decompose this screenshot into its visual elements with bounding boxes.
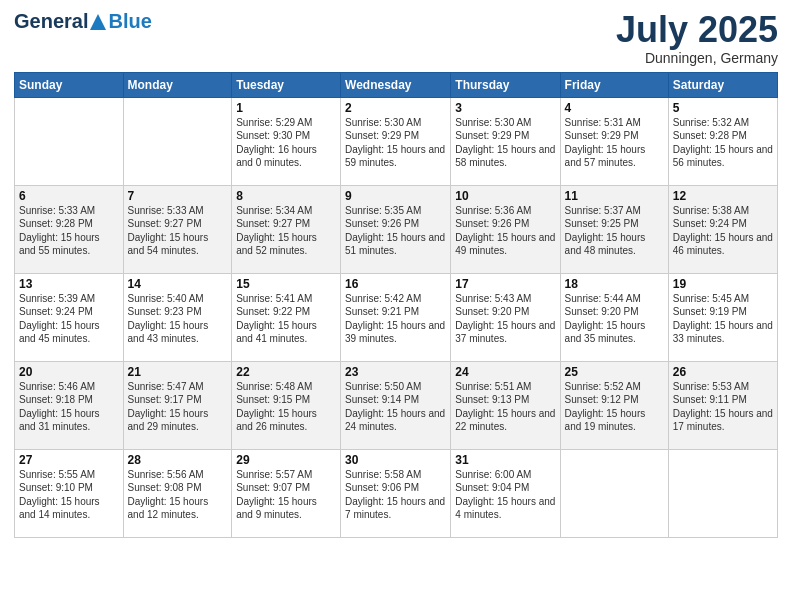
calendar-cell: 8Sunrise: 5:34 AMSunset: 9:27 PMDaylight… bbox=[232, 185, 341, 273]
day-info: Sunrise: 5:57 AMSunset: 9:07 PMDaylight:… bbox=[236, 469, 317, 521]
day-info: Sunrise: 5:38 AMSunset: 9:24 PMDaylight:… bbox=[673, 205, 773, 257]
day-number: 2 bbox=[345, 101, 446, 115]
calendar-cell: 14Sunrise: 5:40 AMSunset: 9:23 PMDayligh… bbox=[123, 273, 232, 361]
weekday-header-saturday: Saturday bbox=[668, 72, 777, 97]
calendar-cell: 28Sunrise: 5:56 AMSunset: 9:08 PMDayligh… bbox=[123, 449, 232, 537]
calendar-cell: 31Sunrise: 6:00 AMSunset: 9:04 PMDayligh… bbox=[451, 449, 560, 537]
calendar-cell: 12Sunrise: 5:38 AMSunset: 9:24 PMDayligh… bbox=[668, 185, 777, 273]
day-info: Sunrise: 5:40 AMSunset: 9:23 PMDaylight:… bbox=[128, 293, 209, 345]
day-info: Sunrise: 5:51 AMSunset: 9:13 PMDaylight:… bbox=[455, 381, 555, 433]
logo-blue: Blue bbox=[108, 10, 151, 33]
day-number: 28 bbox=[128, 453, 228, 467]
calendar-cell: 9Sunrise: 5:35 AMSunset: 9:26 PMDaylight… bbox=[341, 185, 451, 273]
weekday-header-friday: Friday bbox=[560, 72, 668, 97]
calendar-cell: 18Sunrise: 5:44 AMSunset: 9:20 PMDayligh… bbox=[560, 273, 668, 361]
day-info: Sunrise: 5:32 AMSunset: 9:28 PMDaylight:… bbox=[673, 117, 773, 169]
day-number: 8 bbox=[236, 189, 336, 203]
day-info: Sunrise: 5:41 AMSunset: 9:22 PMDaylight:… bbox=[236, 293, 317, 345]
weekday-header-sunday: Sunday bbox=[15, 72, 124, 97]
header: General Blue July 2025 Dunningen, German… bbox=[14, 10, 778, 66]
day-info: Sunrise: 5:31 AMSunset: 9:29 PMDaylight:… bbox=[565, 117, 646, 169]
day-number: 17 bbox=[455, 277, 555, 291]
day-number: 9 bbox=[345, 189, 446, 203]
calendar-cell: 1Sunrise: 5:29 AMSunset: 9:30 PMDaylight… bbox=[232, 97, 341, 185]
day-number: 18 bbox=[565, 277, 664, 291]
day-info: Sunrise: 5:36 AMSunset: 9:26 PMDaylight:… bbox=[455, 205, 555, 257]
day-info: Sunrise: 6:00 AMSunset: 9:04 PMDaylight:… bbox=[455, 469, 555, 521]
weekday-header-wednesday: Wednesday bbox=[341, 72, 451, 97]
day-number: 16 bbox=[345, 277, 446, 291]
calendar-cell: 24Sunrise: 5:51 AMSunset: 9:13 PMDayligh… bbox=[451, 361, 560, 449]
day-info: Sunrise: 5:58 AMSunset: 9:06 PMDaylight:… bbox=[345, 469, 445, 521]
weekday-header-thursday: Thursday bbox=[451, 72, 560, 97]
day-info: Sunrise: 5:43 AMSunset: 9:20 PMDaylight:… bbox=[455, 293, 555, 345]
day-number: 21 bbox=[128, 365, 228, 379]
weekday-header-tuesday: Tuesday bbox=[232, 72, 341, 97]
calendar-cell: 15Sunrise: 5:41 AMSunset: 9:22 PMDayligh… bbox=[232, 273, 341, 361]
day-number: 31 bbox=[455, 453, 555, 467]
day-number: 4 bbox=[565, 101, 664, 115]
day-number: 24 bbox=[455, 365, 555, 379]
calendar-cell: 4Sunrise: 5:31 AMSunset: 9:29 PMDaylight… bbox=[560, 97, 668, 185]
day-info: Sunrise: 5:46 AMSunset: 9:18 PMDaylight:… bbox=[19, 381, 100, 433]
calendar-cell: 7Sunrise: 5:33 AMSunset: 9:27 PMDaylight… bbox=[123, 185, 232, 273]
calendar-cell: 6Sunrise: 5:33 AMSunset: 9:28 PMDaylight… bbox=[15, 185, 124, 273]
day-number: 7 bbox=[128, 189, 228, 203]
day-number: 22 bbox=[236, 365, 336, 379]
day-info: Sunrise: 5:55 AMSunset: 9:10 PMDaylight:… bbox=[19, 469, 100, 521]
day-number: 1 bbox=[236, 101, 336, 115]
day-info: Sunrise: 5:33 AMSunset: 9:27 PMDaylight:… bbox=[128, 205, 209, 257]
day-number: 20 bbox=[19, 365, 119, 379]
calendar-cell bbox=[560, 449, 668, 537]
calendar-cell bbox=[123, 97, 232, 185]
calendar-cell bbox=[15, 97, 124, 185]
day-info: Sunrise: 5:48 AMSunset: 9:15 PMDaylight:… bbox=[236, 381, 317, 433]
day-info: Sunrise: 5:53 AMSunset: 9:11 PMDaylight:… bbox=[673, 381, 773, 433]
day-number: 3 bbox=[455, 101, 555, 115]
calendar-cell: 17Sunrise: 5:43 AMSunset: 9:20 PMDayligh… bbox=[451, 273, 560, 361]
calendar-cell: 10Sunrise: 5:36 AMSunset: 9:26 PMDayligh… bbox=[451, 185, 560, 273]
day-info: Sunrise: 5:29 AMSunset: 9:30 PMDaylight:… bbox=[236, 117, 317, 169]
logo-triangle-icon bbox=[89, 13, 107, 31]
logo: General Blue bbox=[14, 10, 152, 33]
day-info: Sunrise: 5:30 AMSunset: 9:29 PMDaylight:… bbox=[345, 117, 445, 169]
calendar-cell: 25Sunrise: 5:52 AMSunset: 9:12 PMDayligh… bbox=[560, 361, 668, 449]
day-number: 14 bbox=[128, 277, 228, 291]
day-info: Sunrise: 5:44 AMSunset: 9:20 PMDaylight:… bbox=[565, 293, 646, 345]
day-number: 12 bbox=[673, 189, 773, 203]
calendar-cell: 30Sunrise: 5:58 AMSunset: 9:06 PMDayligh… bbox=[341, 449, 451, 537]
logo-wrap: General Blue bbox=[14, 10, 152, 33]
day-number: 27 bbox=[19, 453, 119, 467]
page: General Blue July 2025 Dunningen, German… bbox=[0, 0, 792, 612]
calendar-cell: 29Sunrise: 5:57 AMSunset: 9:07 PMDayligh… bbox=[232, 449, 341, 537]
day-number: 10 bbox=[455, 189, 555, 203]
day-number: 25 bbox=[565, 365, 664, 379]
svg-marker-0 bbox=[90, 14, 106, 30]
day-info: Sunrise: 5:37 AMSunset: 9:25 PMDaylight:… bbox=[565, 205, 646, 257]
calendar-cell bbox=[668, 449, 777, 537]
title-area: July 2025 Dunningen, Germany bbox=[616, 10, 778, 66]
day-number: 6 bbox=[19, 189, 119, 203]
day-info: Sunrise: 5:56 AMSunset: 9:08 PMDaylight:… bbox=[128, 469, 209, 521]
calendar-cell: 27Sunrise: 5:55 AMSunset: 9:10 PMDayligh… bbox=[15, 449, 124, 537]
calendar-cell: 5Sunrise: 5:32 AMSunset: 9:28 PMDaylight… bbox=[668, 97, 777, 185]
calendar-cell: 19Sunrise: 5:45 AMSunset: 9:19 PMDayligh… bbox=[668, 273, 777, 361]
day-number: 13 bbox=[19, 277, 119, 291]
calendar-cell: 16Sunrise: 5:42 AMSunset: 9:21 PMDayligh… bbox=[341, 273, 451, 361]
weekday-header-monday: Monday bbox=[123, 72, 232, 97]
calendar-cell: 11Sunrise: 5:37 AMSunset: 9:25 PMDayligh… bbox=[560, 185, 668, 273]
logo-general: General bbox=[14, 10, 88, 33]
day-info: Sunrise: 5:42 AMSunset: 9:21 PMDaylight:… bbox=[345, 293, 445, 345]
calendar-cell: 26Sunrise: 5:53 AMSunset: 9:11 PMDayligh… bbox=[668, 361, 777, 449]
day-number: 15 bbox=[236, 277, 336, 291]
day-info: Sunrise: 5:52 AMSunset: 9:12 PMDaylight:… bbox=[565, 381, 646, 433]
calendar-cell: 22Sunrise: 5:48 AMSunset: 9:15 PMDayligh… bbox=[232, 361, 341, 449]
day-number: 19 bbox=[673, 277, 773, 291]
calendar-cell: 21Sunrise: 5:47 AMSunset: 9:17 PMDayligh… bbox=[123, 361, 232, 449]
calendar-cell: 20Sunrise: 5:46 AMSunset: 9:18 PMDayligh… bbox=[15, 361, 124, 449]
month-title: July 2025 bbox=[616, 10, 778, 50]
location: Dunningen, Germany bbox=[616, 50, 778, 66]
day-info: Sunrise: 5:45 AMSunset: 9:19 PMDaylight:… bbox=[673, 293, 773, 345]
day-info: Sunrise: 5:47 AMSunset: 9:17 PMDaylight:… bbox=[128, 381, 209, 433]
day-info: Sunrise: 5:35 AMSunset: 9:26 PMDaylight:… bbox=[345, 205, 445, 257]
